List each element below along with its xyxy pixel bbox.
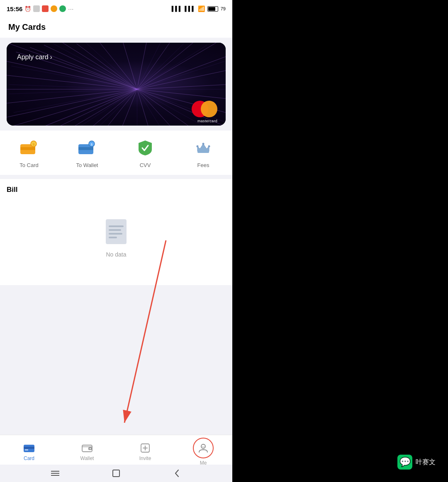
no-data-container: No data <box>7 201 226 279</box>
svg-line-19 <box>137 89 151 126</box>
svg-line-32 <box>123 43 137 89</box>
system-bar <box>0 465 232 482</box>
svg-rect-63 <box>106 219 127 244</box>
back-icon <box>174 469 180 477</box>
fees-label: Fees <box>197 162 209 168</box>
svg-line-47 <box>137 44 184 89</box>
card-icon <box>23 443 35 453</box>
status-time: 15:56 <box>7 5 22 12</box>
action-to-card[interactable]: $ To Card <box>0 137 58 168</box>
svg-line-25 <box>137 85 226 89</box>
svg-text:$: $ <box>33 143 35 146</box>
alarm-icon: ⏰ <box>24 6 31 12</box>
battery-fill <box>208 7 216 11</box>
mc-yellow-circle <box>201 101 217 117</box>
wallet-nav-label: Wallet <box>80 455 94 461</box>
svg-point-62 <box>208 145 210 148</box>
svg-line-49 <box>86 43 137 89</box>
chevron-icon: › <box>50 53 52 61</box>
status-right: ▌▌▌ ▌▌▌ 📶 79 <box>172 5 226 12</box>
status-bar: 15:56 ⏰ ··· ▌▌▌ ▌▌▌ 📶 79 <box>0 0 232 17</box>
card-nav-label: Card <box>24 455 34 461</box>
page-title: My Cards <box>8 22 46 31</box>
action-fees[interactable]: Fees <box>174 137 232 168</box>
bottom-nav: Card Wallet Inv <box>0 435 232 465</box>
svg-point-61 <box>202 143 205 145</box>
to-wallet-icon: $ <box>78 140 97 156</box>
svg-line-3 <box>44 45 137 90</box>
recording-icon <box>42 5 49 12</box>
to-wallet-icon-wrap: $ <box>76 137 98 159</box>
action-to-wallet[interactable]: $ To Wallet <box>58 137 116 168</box>
back-button[interactable] <box>173 469 182 478</box>
wechat-username: 叶赛文 <box>416 458 436 467</box>
svg-line-6 <box>100 43 137 89</box>
svg-line-29 <box>137 43 193 89</box>
invite-icon <box>140 443 151 453</box>
wechat-icon: 💬 <box>397 455 412 470</box>
me-highlight-circle <box>193 438 214 458</box>
svg-line-31 <box>137 43 146 89</box>
wallet-nav-icon <box>81 442 93 454</box>
nav-wallet[interactable]: Wallet <box>58 439 116 461</box>
no-data-icon <box>104 217 129 246</box>
apply-card-text[interactable]: Apply card› <box>16 52 52 61</box>
battery-percent: 79 <box>221 6 226 11</box>
wechat-watermark: 💬 叶赛文 <box>397 455 436 470</box>
svg-line-27 <box>137 57 226 90</box>
svg-rect-70 <box>25 449 28 451</box>
svg-line-26 <box>137 70 226 89</box>
svg-line-12 <box>11 89 137 126</box>
wallet-icon <box>82 443 93 453</box>
apply-card-label: Apply card <box>17 53 49 61</box>
svg-line-39 <box>90 89 137 126</box>
signal-icon: ▌▌▌ <box>172 6 183 12</box>
svg-point-78 <box>201 444 205 448</box>
hamburger-icon <box>51 470 59 476</box>
svg-line-5 <box>77 44 137 89</box>
app-icon-yellow <box>51 5 57 12</box>
nfc-icon <box>33 5 40 12</box>
svg-line-28 <box>137 43 217 89</box>
signal2-icon: ▌▌▌ <box>185 6 195 12</box>
svg-rect-66 <box>109 233 122 235</box>
svg-line-45 <box>137 61 225 89</box>
to-wallet-label: To Wallet <box>76 162 98 168</box>
svg-rect-67 <box>109 237 117 238</box>
nav-me[interactable]: Me <box>174 434 232 466</box>
wifi-icon: 📶 <box>198 5 205 12</box>
square-icon <box>112 470 120 477</box>
svg-line-41 <box>137 89 165 126</box>
me-icon <box>197 442 209 454</box>
more-icon: ··· <box>68 6 74 12</box>
svg-rect-82 <box>113 470 119 477</box>
svg-rect-64 <box>109 225 124 227</box>
fees-icon-wrap <box>192 137 214 159</box>
status-left: 15:56 ⏰ ··· <box>7 5 74 12</box>
cvv-icon-wrap <box>134 137 156 159</box>
page-header: My Cards <box>0 17 232 38</box>
svg-line-13 <box>21 89 137 126</box>
svg-line-50 <box>53 44 137 89</box>
card-banner[interactable]: Apply card› mastercard <box>7 43 226 126</box>
home-button[interactable] <box>112 469 121 478</box>
nav-invite[interactable]: Invite <box>116 439 174 461</box>
svg-rect-65 <box>109 229 121 231</box>
to-card-icon-wrap: $ <box>18 137 40 159</box>
svg-point-73 <box>90 448 91 449</box>
nav-card[interactable]: Card <box>0 439 58 461</box>
cvv-label: CVV <box>140 162 151 168</box>
svg-rect-69 <box>24 447 34 449</box>
app-icon-green <box>59 5 66 12</box>
cvv-icon <box>137 140 153 156</box>
svg-line-38 <box>67 89 137 126</box>
right-panel: 💬 叶赛文 <box>232 0 448 482</box>
action-cvv[interactable]: CVV <box>116 137 174 168</box>
no-data-text: No data <box>106 251 126 258</box>
svg-line-37 <box>25 89 137 126</box>
bill-title: Bill <box>7 186 226 194</box>
bill-section: Bill No data <box>0 179 232 285</box>
svg-line-36 <box>14 89 137 112</box>
card-nav-icon <box>23 442 35 454</box>
menu-button[interactable] <box>51 469 60 478</box>
